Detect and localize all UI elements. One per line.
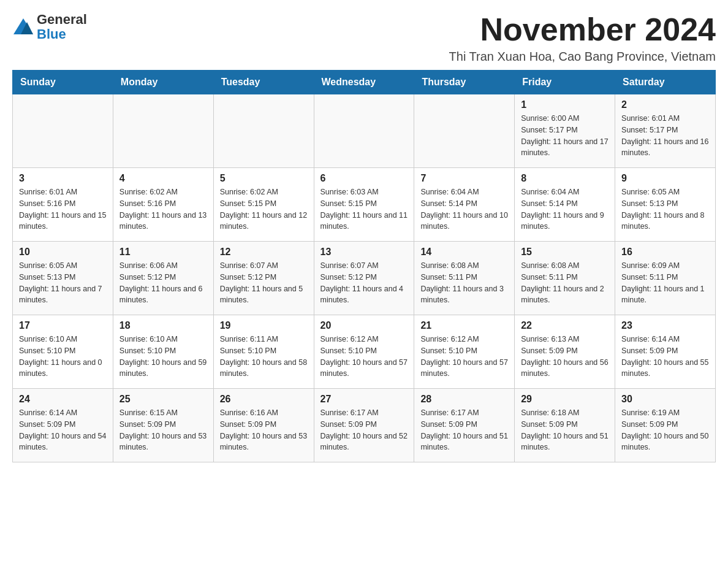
day-info: Sunrise: 6:01 AMSunset: 5:17 PMDaylight:… [621, 113, 709, 159]
day-number: 9 [621, 173, 709, 184]
day-number: 27 [320, 394, 408, 405]
calendar-day-header: Monday [113, 71, 213, 94]
day-info: Sunrise: 6:08 AMSunset: 5:11 PMDaylight:… [521, 260, 609, 306]
day-info: Sunrise: 6:10 AMSunset: 5:10 PMDaylight:… [119, 334, 207, 380]
calendar-empty-cell [13, 94, 113, 168]
day-info: Sunrise: 6:04 AMSunset: 5:14 PMDaylight:… [420, 186, 508, 232]
calendar-week-row: 24Sunrise: 6:14 AMSunset: 5:09 PMDayligh… [13, 389, 716, 462]
calendar-day-cell: 19Sunrise: 6:11 AMSunset: 5:10 PMDayligh… [213, 315, 314, 389]
day-number: 22 [521, 320, 609, 331]
calendar-week-row: 1Sunrise: 6:00 AMSunset: 5:17 PMDaylight… [13, 94, 716, 168]
calendar-week-row: 10Sunrise: 6:05 AMSunset: 5:13 PMDayligh… [13, 242, 716, 315]
calendar-day-header: Saturday [615, 71, 716, 94]
day-number: 21 [420, 320, 508, 331]
calendar-day-cell: 17Sunrise: 6:10 AMSunset: 5:10 PMDayligh… [13, 315, 113, 389]
calendar-day-cell: 28Sunrise: 6:17 AMSunset: 5:09 PMDayligh… [414, 389, 515, 462]
day-number: 4 [119, 173, 207, 184]
day-info: Sunrise: 6:09 AMSunset: 5:11 PMDaylight:… [621, 260, 709, 306]
day-info: Sunrise: 6:05 AMSunset: 5:13 PMDaylight:… [621, 186, 709, 232]
location-subtitle: Thi Tran Xuan Hoa, Cao Bang Province, Vi… [449, 50, 716, 64]
month-title: November 2024 [449, 12, 716, 47]
day-info: Sunrise: 6:19 AMSunset: 5:09 PMDaylight:… [621, 407, 709, 453]
calendar-day-cell: 24Sunrise: 6:14 AMSunset: 5:09 PMDayligh… [13, 389, 113, 462]
day-info: Sunrise: 6:14 AMSunset: 5:09 PMDaylight:… [621, 334, 709, 380]
calendar-day-header: Friday [515, 71, 615, 94]
calendar-day-cell: 21Sunrise: 6:12 AMSunset: 5:10 PMDayligh… [414, 315, 515, 389]
day-number: 19 [220, 320, 308, 331]
day-number: 10 [19, 247, 107, 258]
day-number: 15 [521, 247, 609, 258]
day-number: 17 [19, 320, 107, 331]
calendar-day-cell: 7Sunrise: 6:04 AMSunset: 5:14 PMDaylight… [414, 168, 515, 242]
day-info: Sunrise: 6:04 AMSunset: 5:14 PMDaylight:… [521, 186, 609, 232]
calendar-day-cell: 11Sunrise: 6:06 AMSunset: 5:12 PMDayligh… [113, 242, 213, 315]
calendar-week-row: 17Sunrise: 6:10 AMSunset: 5:10 PMDayligh… [13, 315, 716, 389]
calendar-day-cell: 13Sunrise: 6:07 AMSunset: 5:12 PMDayligh… [314, 242, 414, 315]
day-info: Sunrise: 6:02 AMSunset: 5:16 PMDaylight:… [119, 186, 207, 232]
calendar-week-row: 3Sunrise: 6:01 AMSunset: 5:16 PMDaylight… [13, 168, 716, 242]
day-number: 18 [119, 320, 207, 331]
day-number: 7 [420, 173, 508, 184]
page-header: General Blue November 2024 Thi Tran Xuan… [12, 12, 716, 64]
day-number: 30 [621, 394, 709, 405]
day-number: 26 [220, 394, 308, 405]
day-info: Sunrise: 6:06 AMSunset: 5:12 PMDaylight:… [119, 260, 207, 306]
day-number: 1 [521, 99, 609, 110]
calendar-day-cell: 14Sunrise: 6:08 AMSunset: 5:11 PMDayligh… [414, 242, 515, 315]
day-info: Sunrise: 6:12 AMSunset: 5:10 PMDaylight:… [420, 334, 508, 380]
calendar-day-cell: 12Sunrise: 6:07 AMSunset: 5:12 PMDayligh… [213, 242, 314, 315]
calendar-day-header: Sunday [13, 71, 113, 94]
calendar-day-cell: 15Sunrise: 6:08 AMSunset: 5:11 PMDayligh… [515, 242, 615, 315]
calendar-day-cell: 30Sunrise: 6:19 AMSunset: 5:09 PMDayligh… [615, 389, 716, 462]
day-info: Sunrise: 6:03 AMSunset: 5:15 PMDaylight:… [320, 186, 408, 232]
day-number: 6 [320, 173, 408, 184]
day-info: Sunrise: 6:17 AMSunset: 5:09 PMDaylight:… [320, 407, 408, 453]
day-info: Sunrise: 6:00 AMSunset: 5:17 PMDaylight:… [521, 113, 609, 159]
day-info: Sunrise: 6:10 AMSunset: 5:10 PMDaylight:… [19, 334, 107, 380]
day-number: 29 [521, 394, 609, 405]
day-number: 2 [621, 99, 709, 110]
calendar-day-cell: 2Sunrise: 6:01 AMSunset: 5:17 PMDaylight… [615, 94, 716, 168]
calendar-day-header: Wednesday [314, 71, 414, 94]
calendar-day-header: Tuesday [213, 71, 314, 94]
calendar-day-cell: 9Sunrise: 6:05 AMSunset: 5:13 PMDaylight… [615, 168, 716, 242]
calendar-day-cell: 23Sunrise: 6:14 AMSunset: 5:09 PMDayligh… [615, 315, 716, 389]
day-number: 23 [621, 320, 709, 331]
day-number: 24 [19, 394, 107, 405]
calendar-table: SundayMondayTuesdayWednesdayThursdayFrid… [12, 70, 716, 462]
day-info: Sunrise: 6:01 AMSunset: 5:16 PMDaylight:… [19, 186, 107, 232]
day-number: 25 [119, 394, 207, 405]
day-info: Sunrise: 6:17 AMSunset: 5:09 PMDaylight:… [420, 407, 508, 453]
day-number: 12 [220, 247, 308, 258]
calendar-day-cell: 1Sunrise: 6:00 AMSunset: 5:17 PMDaylight… [515, 94, 615, 168]
day-number: 3 [19, 173, 107, 184]
day-info: Sunrise: 6:13 AMSunset: 5:09 PMDaylight:… [521, 334, 609, 380]
day-info: Sunrise: 6:07 AMSunset: 5:12 PMDaylight:… [320, 260, 408, 306]
day-number: 16 [621, 247, 709, 258]
calendar-empty-cell [113, 94, 213, 168]
calendar-day-cell: 6Sunrise: 6:03 AMSunset: 5:15 PMDaylight… [314, 168, 414, 242]
calendar-day-cell: 20Sunrise: 6:12 AMSunset: 5:10 PMDayligh… [314, 315, 414, 389]
calendar-day-cell: 26Sunrise: 6:16 AMSunset: 5:09 PMDayligh… [213, 389, 314, 462]
day-number: 13 [320, 247, 408, 258]
calendar-day-cell: 27Sunrise: 6:17 AMSunset: 5:09 PMDayligh… [314, 389, 414, 462]
calendar-empty-cell [414, 94, 515, 168]
calendar-header-row: SundayMondayTuesdayWednesdayThursdayFrid… [13, 71, 716, 94]
day-info: Sunrise: 6:14 AMSunset: 5:09 PMDaylight:… [19, 407, 107, 453]
day-number: 5 [220, 173, 308, 184]
day-info: Sunrise: 6:11 AMSunset: 5:10 PMDaylight:… [220, 334, 308, 380]
calendar-day-cell: 22Sunrise: 6:13 AMSunset: 5:09 PMDayligh… [515, 315, 615, 389]
day-number: 20 [320, 320, 408, 331]
calendar-empty-cell [213, 94, 314, 168]
logo-triangle-icon [12, 16, 34, 38]
calendar-day-cell: 10Sunrise: 6:05 AMSunset: 5:13 PMDayligh… [13, 242, 113, 315]
day-number: 11 [119, 247, 207, 258]
calendar-day-cell: 29Sunrise: 6:18 AMSunset: 5:09 PMDayligh… [515, 389, 615, 462]
day-info: Sunrise: 6:07 AMSunset: 5:12 PMDaylight:… [220, 260, 308, 306]
day-number: 28 [420, 394, 508, 405]
day-info: Sunrise: 6:15 AMSunset: 5:09 PMDaylight:… [119, 407, 207, 453]
logo: General Blue [12, 12, 87, 42]
day-number: 14 [420, 247, 508, 258]
day-info: Sunrise: 6:08 AMSunset: 5:11 PMDaylight:… [420, 260, 508, 306]
title-area: November 2024 Thi Tran Xuan Hoa, Cao Ban… [449, 12, 716, 64]
